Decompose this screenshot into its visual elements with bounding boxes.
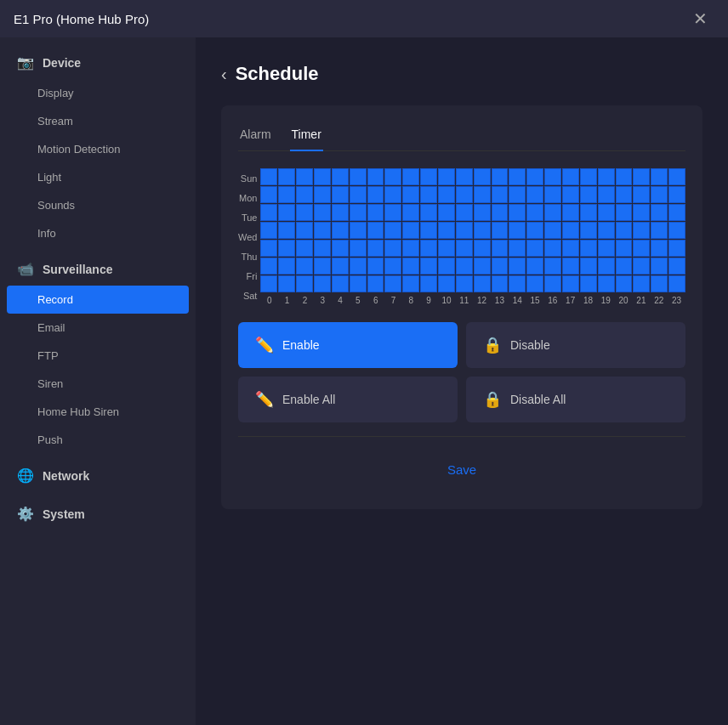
grid-cell[interactable] [420,168,437,185]
grid-cell[interactable] [668,258,685,275]
sidebar-section-network-header[interactable]: 🌐 Network [0,459,196,492]
grid-cell[interactable] [456,240,473,257]
grid-cell[interactable] [260,168,277,185]
grid-cell[interactable] [438,222,455,239]
sidebar-item-push[interactable]: Push [0,426,196,454]
grid-cell[interactable] [260,186,277,203]
tab-timer[interactable]: Timer [290,122,323,151]
close-button[interactable]: ✕ [686,7,714,31]
grid-cell[interactable] [367,222,384,239]
grid-cell[interactable] [509,240,526,257]
enable-all-button[interactable]: ✏️ Enable All [238,377,458,422]
grid-cell[interactable] [598,258,615,275]
grid-cell[interactable] [562,258,579,275]
grid-cell[interactable] [367,204,384,221]
grid-cell[interactable] [384,186,401,203]
grid-cell[interactable] [350,168,367,185]
grid-cell[interactable] [562,240,579,257]
grid-cell[interactable] [544,222,561,239]
tab-alarm[interactable]: Alarm [238,122,273,151]
grid-cell[interactable] [456,258,473,275]
grid-cell[interactable] [260,240,277,257]
grid-cell[interactable] [402,204,419,221]
grid-cell[interactable] [580,240,597,257]
grid-cell[interactable] [367,186,384,203]
grid-cell[interactable] [526,258,543,275]
grid-cell[interactable] [580,186,597,203]
grid-cell[interactable] [526,240,543,257]
grid-cell[interactable] [633,258,650,275]
grid-cell[interactable] [350,275,367,292]
grid-cell[interactable] [633,186,650,203]
grid-cell[interactable] [296,222,313,239]
grid-cell[interactable] [420,258,437,275]
grid-cell[interactable] [278,168,295,185]
grid-cell[interactable] [384,168,401,185]
grid-cell[interactable] [562,186,579,203]
grid-cell[interactable] [492,275,509,292]
grid-cell[interactable] [616,186,633,203]
grid-cell[interactable] [420,222,437,239]
sidebar-item-motion-detection[interactable]: Motion Detection [0,135,196,163]
grid-cell[interactable] [492,258,509,275]
grid-cell[interactable] [474,204,491,221]
grid-cell[interactable] [544,168,561,185]
grid-cell[interactable] [474,186,491,203]
grid-cell[interactable] [420,186,437,203]
grid-cell[interactable] [456,168,473,185]
grid-cell[interactable] [580,275,597,292]
grid-cell[interactable] [296,275,313,292]
grid-cell[interactable] [296,168,313,185]
grid-cell[interactable] [314,275,331,292]
grid-cell[interactable] [260,275,277,292]
grid-cell[interactable] [438,168,455,185]
grid-cell[interactable] [509,222,526,239]
grid-cell[interactable] [438,204,455,221]
grid-cell[interactable] [526,222,543,239]
grid-cell[interactable] [402,186,419,203]
grid-cell[interactable] [402,168,419,185]
grid-cell[interactable] [456,204,473,221]
sidebar-section-system-header[interactable]: ⚙️ System [0,497,196,530]
grid-cell[interactable] [651,275,668,292]
enable-button[interactable]: ✏️ Enable [238,322,458,368]
grid-cell[interactable] [616,240,633,257]
grid-cell[interactable] [509,186,526,203]
grid-cell[interactable] [544,275,561,292]
grid-cell[interactable] [314,258,331,275]
grid-cell[interactable] [509,204,526,221]
grid-cell[interactable] [598,186,615,203]
grid-cell[interactable] [296,258,313,275]
grid-cell[interactable] [580,204,597,221]
grid-cell[interactable] [278,275,295,292]
grid-cell[interactable] [260,258,277,275]
sidebar-item-home-hub-siren[interactable]: Home Hub Siren [0,398,196,426]
grid-cell[interactable] [314,240,331,257]
sidebar-item-ftp[interactable]: FTP [0,342,196,370]
sidebar-item-info[interactable]: Info [0,219,196,247]
grid-cell[interactable] [526,204,543,221]
grid-cell[interactable] [474,240,491,257]
sidebar-item-display[interactable]: Display [0,79,196,107]
grid-cell[interactable] [509,258,526,275]
grid-cell[interactable] [492,168,509,185]
grid-cell[interactable] [350,204,367,221]
grid-cell[interactable] [314,186,331,203]
grid-cell[interactable] [456,186,473,203]
grid-cell[interactable] [562,275,579,292]
grid-cell[interactable] [314,222,331,239]
grid-cell[interactable] [278,240,295,257]
grid-cell[interactable] [474,258,491,275]
grid-cell[interactable] [367,275,384,292]
grid-cell[interactable] [668,168,685,185]
grid-cell[interactable] [438,275,455,292]
grid-cell[interactable] [402,222,419,239]
grid-cell[interactable] [633,275,650,292]
grid-cell[interactable] [616,275,633,292]
grid-cell[interactable] [474,275,491,292]
sidebar-item-stream[interactable]: Stream [0,107,196,135]
disable-all-button[interactable]: 🔒 Disable All [466,377,685,422]
grid-cell[interactable] [562,222,579,239]
grid-cell[interactable] [598,240,615,257]
grid-cell[interactable] [384,258,401,275]
